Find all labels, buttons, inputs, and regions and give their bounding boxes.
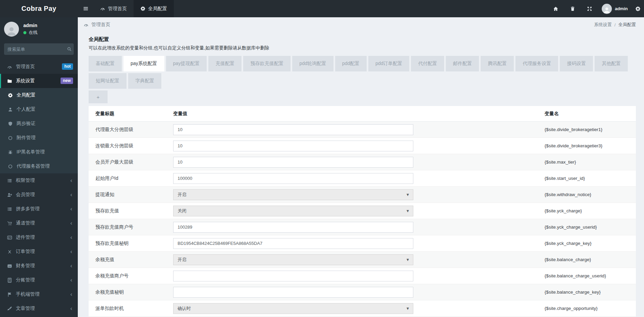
topbar-right: admin <box>549 0 644 17</box>
row-input-field[interactable] <box>173 222 413 233</box>
sidebar-subitem-两步验证[interactable]: 两步验证 <box>0 117 78 131</box>
row-select-field[interactable]: 开启▼ <box>173 189 413 200</box>
table-row: 代理最大分佣层级{$site.divide_brokeragetier1} <box>89 122 636 138</box>
sidebar-item-文章管理[interactable]: 文章管理‹ <box>0 301 78 316</box>
avatar <box>602 4 612 14</box>
sidebar-item-订单管理[interactable]: 订单管理‹ <box>0 245 78 259</box>
column-header-varname: 变量名 <box>545 111 636 117</box>
config-tab-邮件配置[interactable]: 邮件配置 <box>446 56 479 71</box>
sidebar-subitem-个人配置[interactable]: 个人配置 <box>0 102 78 117</box>
app-logo[interactable]: Cobra Pay <box>0 0 78 17</box>
config-tab-腾讯配置[interactable]: 腾讯配置 <box>481 56 514 71</box>
config-tab-基础配置[interactable]: 基础配置 <box>89 56 122 71</box>
topbar-user-menu[interactable]: admin <box>600 4 630 14</box>
sidebar-item-label: 会员管理 <box>16 192 35 198</box>
row-input-field[interactable] <box>173 271 413 281</box>
config-tab-短网址配置[interactable]: 短网址配置 <box>89 73 127 89</box>
column-header-label: 变量标题 <box>89 111 173 117</box>
topnav-tabs: 管理首页全局配置 <box>93 0 174 17</box>
sidebar-item-label: 全局配置 <box>17 92 36 98</box>
search-icon <box>67 47 72 51</box>
breadcrumb-left[interactable]: 管理首页 <box>84 22 110 28</box>
id-card-icon <box>7 235 12 240</box>
sidebar-item-手机端管理[interactable]: 手机端管理‹ <box>0 287 78 301</box>
row-label: 代理最大分佣层级 <box>89 127 173 133</box>
sidebar-item-管理首页[interactable]: 管理首页hot <box>0 60 78 74</box>
sidebar-item-权限管理[interactable]: 权限管理‹ <box>0 173 78 188</box>
caret-down-icon: ▼ <box>407 209 409 213</box>
sidebar-item-label: 系统设置 <box>16 78 35 84</box>
row-select-field[interactable]: 关闭▼ <box>173 206 413 216</box>
settings-button[interactable] <box>633 0 643 17</box>
row-varname: {$site.yck_charge} <box>545 208 636 213</box>
row-label: 派单扣款时机 <box>89 305 173 312</box>
sidebar-item-label: 拼多多管理 <box>16 206 40 212</box>
caret-down-icon: ▼ <box>407 258 409 261</box>
row-label: 余额充值 <box>89 257 173 263</box>
sidebar-item-财务管理[interactable]: cs财务管理‹ <box>0 259 78 273</box>
config-tab-pay提现配置[interactable]: pay提现配置 <box>166 56 207 71</box>
table-row: 会员开户最大层级{$site.max_tier} <box>89 154 636 170</box>
row-varname: {$site.divide_brokeragetier3} <box>545 143 636 148</box>
row-input-field[interactable] <box>173 238 413 249</box>
config-tab-pdd订单配置[interactable]: pdd订单配置 <box>368 56 409 71</box>
sidebar-subitem-IP黑名单管理[interactable]: IP黑名单管理 <box>0 145 78 159</box>
topnav-tab-全局配置[interactable]: 全局配置 <box>134 0 174 17</box>
row-label: 余额充值秘钥 <box>89 289 173 295</box>
row-select-field[interactable]: 确认时▼ <box>173 303 413 314</box>
sidebar-item-会员管理[interactable]: 会员管理‹ <box>0 188 78 202</box>
folder-icon <box>7 79 12 84</box>
config-tab-预存款充值配置[interactable]: 预存款充值配置 <box>243 56 291 71</box>
config-tab-pdd配置[interactable]: pdd配置 <box>335 56 367 71</box>
row-input-field[interactable] <box>173 287 413 298</box>
search-icon[interactable] <box>67 47 72 51</box>
row-input-field[interactable] <box>173 141 413 151</box>
breadcrumb-left-label: 管理首页 <box>91 22 110 28</box>
chevron-left-icon: ‹ <box>70 178 72 184</box>
expand-button[interactable] <box>583 0 596 17</box>
sidebar-subitem-代理服务器管理[interactable]: 代理服务器管理 <box>0 159 78 173</box>
config-tab-其他配置[interactable]: 其他配置 <box>595 56 628 71</box>
flag-icon <box>7 292 12 297</box>
topnav-tab-管理首页[interactable]: 管理首页 <box>93 0 134 17</box>
sidebar-item-拼多多管理[interactable]: 拼多多管理‹ <box>0 202 78 216</box>
sidebar-subitem-附件管理[interactable]: 附件管理 <box>0 131 78 145</box>
row-label: 提现通知 <box>89 192 173 198</box>
row-input-field[interactable] <box>173 173 413 184</box>
config-tab-充值配置[interactable]: 充值配置 <box>208 56 242 71</box>
shield-icon <box>8 121 13 126</box>
chevron-left-icon: ‹ <box>70 277 72 283</box>
config-group-tabs: 基础配置pay系统配置pay提现配置充值配置预存款充值配置pdd轮询配置pdd配… <box>78 51 644 103</box>
config-tab-pay系统配置[interactable]: pay系统配置 <box>123 56 164 71</box>
table-header-row: 变量标题 变量值 变量名 <box>89 106 636 122</box>
add-group-tab-button[interactable]: + <box>89 90 108 103</box>
config-tab-代付配置[interactable]: 代付配置 <box>411 56 444 71</box>
sidebar-item-进件管理[interactable]: 进件管理‹ <box>0 230 78 245</box>
person-icon <box>6 26 17 37</box>
row-value-cell <box>173 287 545 298</box>
circle-icon <box>8 164 13 169</box>
breadcrumb-link-system-settings[interactable]: 系统设置 <box>594 22 612 28</box>
config-tab-接码设置[interactable]: 接码设置 <box>560 56 593 71</box>
row-input-field[interactable] <box>173 157 413 168</box>
sidebar-subitem-全局配置[interactable]: 全局配置 <box>0 88 78 102</box>
config-tab-代理服务设置[interactable]: 代理服务设置 <box>515 56 558 71</box>
sidebar-item-label: 手机端管理 <box>16 291 40 297</box>
row-select-field[interactable]: 开启▼ <box>173 254 413 265</box>
menu-search-input[interactable] <box>7 47 67 52</box>
expand-icon <box>587 6 592 12</box>
sidebar-toggle-button[interactable] <box>78 0 93 17</box>
sidebar-item-分账管理[interactable]: 分账管理‹ <box>0 273 78 287</box>
breadcrumb: 系统设置 / 全局配置 <box>594 22 636 28</box>
sidebar-item-通道管理[interactable]: 通道管理‹ <box>0 216 78 230</box>
config-tab-字典配置[interactable]: 字典配置 <box>128 73 161 89</box>
row-value-cell <box>173 271 545 281</box>
sidebar-item-系统设置[interactable]: 系统设置new <box>0 74 78 88</box>
trash-button[interactable] <box>566 0 579 17</box>
row-input-field[interactable] <box>173 124 413 135</box>
dashboard-icon <box>84 22 89 27</box>
sidebar-item-label: 通道管理 <box>16 220 35 226</box>
home-button[interactable] <box>549 0 562 17</box>
caret-down-icon: ▼ <box>407 307 409 310</box>
config-tab-pdd轮询配置[interactable]: pdd轮询配置 <box>292 56 333 71</box>
